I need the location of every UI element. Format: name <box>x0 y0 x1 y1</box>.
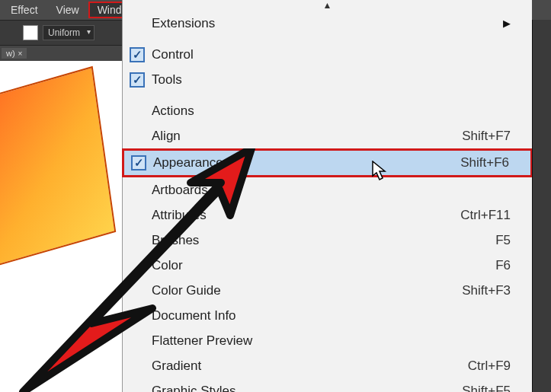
menu-item-align[interactable]: Align Shift+F7 <box>123 123 532 148</box>
menu-label: Color <box>152 258 495 273</box>
menu-item-brushes[interactable]: Brushes F5 <box>123 228 532 253</box>
control-bar: Uniform <box>0 20 122 46</box>
menu-shortcut: F6 <box>495 258 511 273</box>
menu-shortcut: Ctrl+F9 <box>468 359 511 374</box>
menu-label: Brushes <box>152 233 495 248</box>
menu-label: Color Guide <box>152 283 462 298</box>
menu-item-appearance[interactable]: ✓ Appearance Shift+F6 <box>122 148 533 177</box>
fill-swatch[interactable] <box>23 25 38 40</box>
menu-view[interactable]: View <box>47 2 88 18</box>
menu-shortcut: Shift+F3 <box>462 283 511 298</box>
menu-label: Align <box>152 129 462 144</box>
menu-item-control[interactable]: ✓ Control <box>123 42 532 67</box>
menu-item-tools[interactable]: ✓ Tools <box>123 67 532 92</box>
menu-effect[interactable]: Effect <box>2 2 47 18</box>
submenu-arrow-icon: ▶ <box>503 18 511 29</box>
window-menu: ▲ Extensions ▶ ✓ Control ✓ Tools Actions… <box>122 0 532 392</box>
menu-item-artboards[interactable]: Artboards <box>123 177 532 202</box>
menu-item-actions[interactable]: Actions <box>123 98 532 123</box>
document-tabs: w) × <box>0 46 122 61</box>
menu-label: Attributes <box>152 208 460 223</box>
close-icon[interactable]: × <box>18 49 23 58</box>
menu-shortcut: F5 <box>495 233 511 248</box>
menu-item-graphic-styles[interactable]: Graphic Styles Shift+F5 <box>123 378 532 392</box>
menu-label: Actions <box>152 104 511 119</box>
menu-label: Gradient <box>152 359 468 374</box>
menu-item-attributes[interactable]: Attributes Ctrl+F11 <box>123 202 532 228</box>
canvas <box>0 61 122 392</box>
panel-dock <box>532 20 551 392</box>
scroll-up-icon[interactable]: ▲ <box>123 0 532 11</box>
document-tab[interactable]: w) × <box>2 48 27 59</box>
menu-item-gradient[interactable]: Gradient Ctrl+F9 <box>123 353 532 378</box>
menu-item-document-info[interactable]: Document Info <box>123 303 532 328</box>
menu-label: Graphic Styles <box>152 384 462 393</box>
menu-label: Flattener Preview <box>152 333 511 349</box>
menu-shortcut: Shift+F7 <box>462 129 511 144</box>
menu-shortcut: Shift+F5 <box>462 384 511 393</box>
menu-shortcut: Ctrl+F11 <box>460 208 511 223</box>
menu-item-flattener-preview[interactable]: Flattener Preview <box>123 328 532 353</box>
menu-item-color[interactable]: Color F6 <box>123 253 532 278</box>
check-icon: ✓ <box>130 47 145 62</box>
menu-label: Tools <box>152 72 511 88</box>
document-tab-label: w) <box>6 49 15 58</box>
menu-label: Appearance <box>153 155 460 171</box>
check-icon: ✓ <box>130 72 145 88</box>
check-icon: ✓ <box>131 155 146 171</box>
menu-item-color-guide[interactable]: Color Guide Shift+F3 <box>123 278 532 303</box>
menu-item-extensions[interactable]: Extensions ▶ <box>123 11 532 36</box>
stroke-style-dropdown[interactable]: Uniform <box>43 25 95 40</box>
menu-label: Control <box>152 47 511 62</box>
menu-label: Extensions <box>152 16 503 31</box>
menu-label: Artboards <box>152 183 511 198</box>
menu-shortcut: Shift+F6 <box>460 155 509 171</box>
artwork-shape <box>0 66 116 276</box>
menu-label: Document Info <box>152 308 511 323</box>
